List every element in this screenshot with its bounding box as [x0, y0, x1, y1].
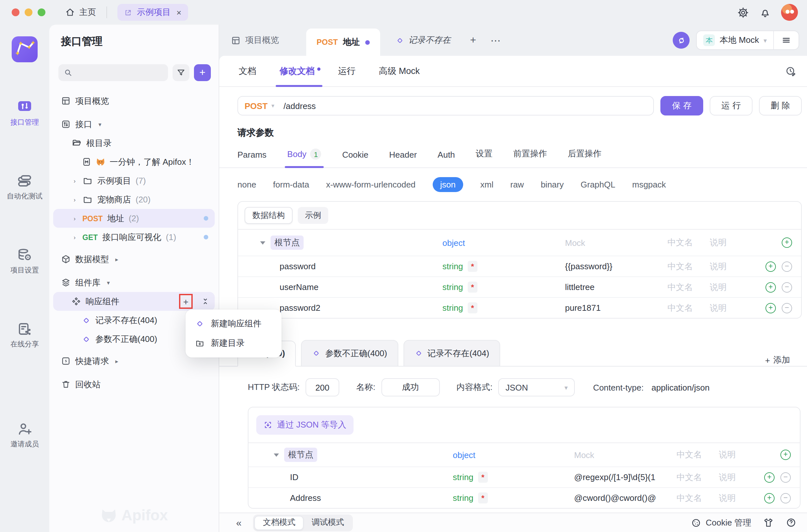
schema-row-address[interactable]: Address string* @cword()@cword()@ 中文名 说明…	[248, 487, 800, 508]
desc-placeholder[interactable]: 说明	[719, 449, 760, 461]
response-tab-400[interactable]: 参数不正确(400)	[301, 340, 398, 366]
tab-settings[interactable]: 设置	[476, 148, 493, 159]
tree-item-post-address[interactable]: › POST 地址 (2)	[53, 209, 215, 228]
schema-tab-structure[interactable]: 数据结构	[245, 207, 292, 224]
add-field-button[interactable]: +	[766, 261, 776, 271]
type-string[interactable]: string	[442, 282, 463, 292]
tab-pre-actions[interactable]: 前置操作	[514, 148, 547, 159]
help-icon[interactable]	[786, 517, 796, 528]
mock-value[interactable]: {{password}}	[565, 262, 668, 271]
cn-name-placeholder[interactable]: 中文名	[668, 237, 710, 248]
import-json-button[interactable]: 通过 JSON 等导入	[256, 415, 353, 435]
mock-placeholder[interactable]: Mock	[565, 238, 668, 248]
type-string[interactable]: string	[453, 472, 474, 482]
cookie-manager-button[interactable]: Cookie 管理	[691, 517, 751, 528]
body-type-msgpack[interactable]: msgpack	[632, 180, 666, 189]
tree-item-get-visualization[interactable]: › GET 接口响应可视化 (1)	[53, 228, 215, 247]
caret-down-icon[interactable]	[274, 453, 279, 456]
search-input[interactable]	[77, 68, 163, 78]
method-select[interactable]: POST ▾	[238, 101, 281, 111]
rail-item-api-management[interactable]: 接口管理	[11, 100, 39, 127]
debug-mode-button[interactable]: 调试模式	[304, 515, 352, 530]
schema-root-row[interactable]: 根节点 object Mock 中文名 说明 +	[248, 443, 800, 467]
history-clock-icon[interactable]	[785, 65, 796, 77]
tree-item-petstore-folder[interactable]: › 宠物商店 (20)	[53, 190, 215, 209]
tab-post-address-active[interactable]: POST 地址	[306, 28, 380, 56]
tab-project-overview[interactable]: 项目概览	[231, 34, 279, 46]
tree-section-apis[interactable]: 接口 ▾	[53, 115, 215, 134]
apifox-logo[interactable]	[12, 36, 38, 62]
add-field-button[interactable]: +	[764, 493, 774, 503]
field-name[interactable]: ID	[248, 472, 453, 482]
collapse-sidebar-icon[interactable]: «	[236, 517, 242, 528]
settings-gear-icon[interactable]	[737, 6, 749, 18]
chevron-right-icon[interactable]: ›	[71, 234, 78, 240]
cn-name-placeholder[interactable]: 中文名	[677, 449, 719, 461]
type-string[interactable]: string	[453, 493, 474, 503]
add-field-button[interactable]: +	[766, 303, 776, 313]
tree-item-example-folder[interactable]: › 示例项目 (7)	[53, 171, 215, 190]
run-button[interactable]: 运行	[710, 96, 752, 115]
rail-item-automated-testing[interactable]: 自动化测试	[7, 174, 42, 201]
mock-value[interactable]: littletree	[565, 282, 668, 292]
cn-name-placeholder[interactable]: 中文名	[677, 492, 719, 504]
schema-root-row[interactable]: 根节点 object Mock 中文名 说明 +	[238, 230, 801, 255]
caret-right-icon[interactable]: ▸	[114, 358, 120, 364]
body-type-binary[interactable]: binary	[541, 180, 564, 189]
type-object[interactable]: object	[442, 238, 465, 248]
field-name[interactable]: userName	[238, 282, 442, 292]
filter-button[interactable]	[173, 64, 189, 81]
remove-field-button[interactable]: −	[781, 472, 791, 482]
status-code-input[interactable]	[306, 378, 339, 396]
close-window-button[interactable]	[12, 8, 19, 16]
mock-value[interactable]: @cword()@cword()@	[574, 493, 677, 503]
more-tabs-button[interactable]: ⋯	[491, 34, 501, 46]
field-name[interactable]: Address	[248, 493, 453, 503]
field-name[interactable]: password	[238, 262, 442, 271]
delete-button[interactable]: 删除	[759, 96, 802, 115]
add-response-button[interactable]: + 添加	[765, 354, 790, 366]
tree-section-component-library[interactable]: 组件库 ▾	[53, 273, 215, 292]
tree-item-root-folder[interactable]: 根目录	[53, 134, 215, 152]
desc-placeholder[interactable]: 说明	[710, 281, 751, 293]
chevron-right-icon[interactable]: ›	[71, 215, 78, 222]
remove-field-button[interactable]: −	[782, 303, 792, 313]
mock-placeholder[interactable]: Mock	[574, 450, 677, 460]
menu-item-new-folder[interactable]: 新建目录	[186, 334, 282, 353]
rail-item-online-share[interactable]: 在线分享	[11, 322, 39, 349]
cn-name-placeholder[interactable]: 中文名	[668, 281, 710, 293]
new-api-plus-button[interactable]: +	[194, 64, 211, 81]
add-field-button[interactable]: +	[766, 282, 776, 292]
desc-placeholder[interactable]: 说明	[719, 492, 760, 504]
response-name-input[interactable]	[381, 378, 440, 396]
body-type-raw[interactable]: raw	[510, 180, 524, 189]
path-input[interactable]	[281, 101, 653, 111]
tab-post-actions[interactable]: 后置操作	[568, 148, 602, 159]
chevron-right-icon[interactable]: ›	[71, 196, 78, 203]
env-menu-button[interactable]	[774, 36, 799, 45]
project-tab-close-icon[interactable]: ×	[176, 7, 181, 17]
search-box[interactable]	[58, 64, 168, 81]
body-type-xml[interactable]: xml	[480, 180, 493, 189]
new-tab-plus-button[interactable]: +	[470, 34, 476, 46]
desc-placeholder[interactable]: 说明	[710, 302, 751, 314]
tab-auth[interactable]: Auth	[438, 150, 455, 159]
tree-item-intro-doc[interactable]: 一分钟，了解 Apifox！	[53, 152, 215, 171]
collapse-all-icon[interactable]	[201, 297, 210, 306]
cn-name-placeholder[interactable]: 中文名	[668, 261, 710, 272]
sync-button[interactable]	[673, 32, 690, 49]
notifications-bell-icon[interactable]	[759, 6, 771, 18]
tab-record-not-found[interactable]: 记录不存在	[396, 34, 450, 46]
schema-row-password[interactable]: password string* {{password}} 中文名 说明 +−	[238, 255, 801, 277]
tab-cookie[interactable]: Cookie	[342, 150, 368, 159]
caret-down-icon[interactable]	[260, 241, 265, 244]
mock-value[interactable]: pure1871	[565, 303, 668, 313]
desc-placeholder[interactable]: 说明	[710, 237, 751, 248]
body-type-urlencoded[interactable]: x-www-form-urlencoded	[326, 180, 416, 189]
type-string[interactable]: string	[442, 303, 463, 313]
project-tab[interactable]: 示例项目 ×	[117, 4, 188, 21]
tab-header[interactable]: Header	[389, 150, 417, 159]
add-component-button-annotated[interactable]: +	[179, 294, 193, 309]
desc-placeholder[interactable]: 说明	[710, 261, 751, 272]
environment-select[interactable]: 本 本地 Mock ▾	[697, 34, 773, 46]
